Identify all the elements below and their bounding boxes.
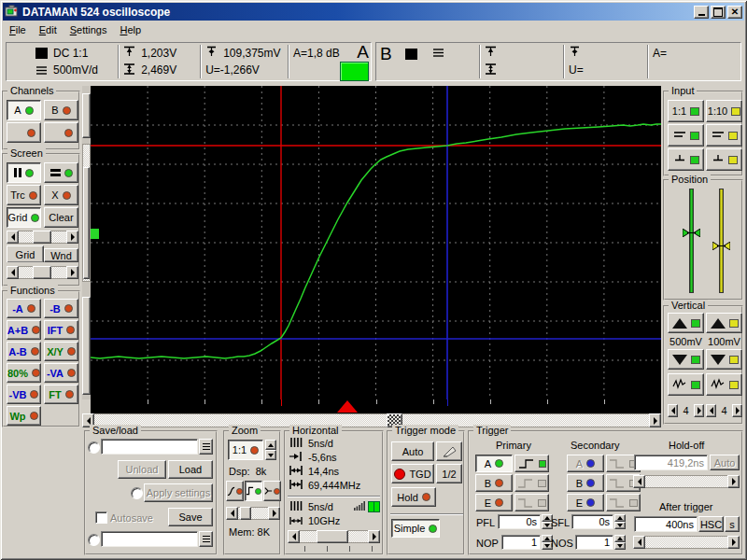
secondary-edge-e-button[interactable] (606, 494, 641, 511)
holdoff-field[interactable]: 419,2ns (634, 455, 708, 470)
zoom-ratio-button[interactable]: 1:1 (228, 440, 263, 460)
run-button[interactable] (44, 162, 78, 183)
filter-b-button[interactable] (706, 373, 742, 396)
single-shot-flag-button[interactable] (436, 441, 462, 461)
file-list-2-button[interactable] (199, 531, 213, 547)
primary-source-a-button[interactable]: A (475, 455, 513, 472)
tab-grid[interactable]: Grid (7, 245, 44, 262)
scroll-right-button[interactable] (727, 536, 740, 549)
nop-field[interactable]: 1 (501, 535, 541, 550)
primary-source-e-button[interactable]: E (475, 494, 513, 511)
grid-button[interactable]: Grid (7, 207, 41, 228)
filter-a-button[interactable] (668, 373, 704, 396)
scroll-right-button[interactable] (649, 413, 661, 427)
range-down-b-button[interactable] (706, 349, 742, 370)
scope-screen[interactable] (91, 86, 661, 399)
probe-1-1-a-button[interactable]: 1:1 (668, 100, 704, 122)
save-button[interactable]: Save (168, 508, 213, 526)
trigger-position-marker[interactable] (337, 400, 358, 413)
pause-button[interactable] (7, 162, 41, 183)
half-level-button[interactable]: 1/2 (436, 464, 462, 483)
function-neg-vb-button[interactable]: -VB (7, 385, 41, 404)
scroll-left-button[interactable] (633, 536, 645, 549)
function-a-plus-b-button[interactable]: A+B (7, 320, 41, 340)
probe-1-10-b-button[interactable]: 1:10 (706, 100, 742, 122)
minimize-button[interactable] (694, 6, 709, 19)
scroll-thumb[interactable] (33, 231, 51, 244)
position-handle-b[interactable] (712, 241, 730, 249)
function-ift-button[interactable]: IFT (44, 320, 78, 340)
scroll-left-button[interactable] (288, 530, 300, 543)
trace-button[interactable]: Trc (7, 185, 41, 205)
auto-trigger-button[interactable]: Auto (391, 441, 434, 461)
secondary-source-e-button[interactable]: E (567, 494, 604, 511)
pfl-field[interactable]: 0s (498, 514, 541, 529)
spinner-right-button[interactable] (694, 404, 704, 417)
scroll-thumb[interactable] (33, 266, 51, 279)
spinner-up-button[interactable] (265, 440, 276, 450)
tgd-button[interactable]: TGD (391, 464, 434, 483)
spinner-left-button[interactable] (706, 404, 716, 417)
holdoff-auto-button[interactable]: Auto (710, 455, 740, 470)
spinner-down-button[interactable] (614, 542, 626, 550)
vertical-slider-thumb[interactable] (82, 297, 91, 395)
scroll-left-button[interactable] (7, 266, 19, 279)
range-up-b-button[interactable] (706, 313, 742, 333)
sfl-field[interactable]: 0s (571, 514, 613, 529)
scroll-right-button[interactable] (66, 231, 78, 244)
function-neg-va-button[interactable]: -VA (44, 363, 78, 383)
scroll-left-button[interactable] (7, 231, 19, 244)
scroll-left-button[interactable] (633, 475, 645, 488)
scroll-thumb[interactable] (317, 530, 348, 543)
simple-mode-button[interactable]: Simple (391, 519, 440, 538)
file-slot-1-radio[interactable] (88, 441, 100, 454)
file-name-1-input[interactable] (101, 439, 198, 455)
apply-settings-radio[interactable] (131, 487, 143, 499)
position-handle-a[interactable] (683, 228, 700, 236)
menu-help[interactable]: Help (113, 22, 148, 37)
spinner-down-button[interactable] (265, 450, 276, 460)
spinner-left-button[interactable] (668, 404, 678, 417)
menu-edit[interactable]: Edit (33, 22, 63, 37)
coupling-a-button[interactable] (668, 124, 704, 147)
zoom-mode-fork-button[interactable] (263, 481, 281, 501)
secondary-source-a-button[interactable]: A (567, 455, 604, 472)
function-wp-button[interactable]: Wp (7, 406, 41, 426)
function-80pct-button[interactable]: 80% (7, 363, 41, 383)
spinner-up-button[interactable] (614, 535, 626, 542)
nos-field[interactable]: 1 (575, 535, 613, 550)
clear-button[interactable]: Clear (44, 207, 78, 228)
ground-a-button[interactable] (668, 148, 704, 171)
range-down-a-button[interactable] (668, 349, 704, 370)
unload-button[interactable]: Unload (118, 460, 166, 479)
coupling-b-button[interactable] (706, 124, 742, 147)
after-trigger-field[interactable]: 400ns (634, 516, 698, 532)
hold-button[interactable]: Hold (391, 487, 436, 507)
seconds-button[interactable]: s (725, 516, 740, 532)
primary-edge-e-button[interactable] (514, 494, 549, 511)
function-ft-button[interactable]: FT (44, 385, 78, 404)
menu-file[interactable]: File (3, 22, 33, 37)
scroll-left-button[interactable] (226, 507, 238, 520)
ground-b-button[interactable] (706, 148, 742, 171)
load-button[interactable]: Load (168, 460, 213, 479)
secondary-source-b-button[interactable]: B (567, 474, 604, 492)
function-a-minus-b-button[interactable]: A-B (7, 342, 41, 361)
vertical-slider-thumb[interactable] (82, 93, 91, 138)
hsc-button[interactable]: HSC (698, 516, 724, 532)
tab-wnd[interactable]: Wnd (44, 248, 78, 262)
function-neg-a-button[interactable]: -A (7, 299, 41, 318)
channel-a-button[interactable]: A (7, 100, 41, 120)
spinner-right-button[interactable] (732, 404, 742, 417)
menu-settings[interactable]: Settings (63, 22, 114, 37)
vertical-slider-track[interactable] (82, 144, 91, 282)
range-up-a-button[interactable] (668, 313, 704, 333)
scroll-thumb[interactable] (240, 507, 251, 520)
close-button[interactable]: ✕ (727, 6, 742, 19)
primary-source-b-button[interactable]: B (475, 474, 513, 492)
apply-settings-button[interactable]: Apply settings (144, 483, 213, 502)
vertical-slider-thumb[interactable] (83, 167, 90, 279)
x-button[interactable]: X (44, 185, 78, 205)
zoom-mode-curve-button[interactable] (226, 481, 244, 501)
scroll-right-button[interactable] (268, 507, 280, 520)
